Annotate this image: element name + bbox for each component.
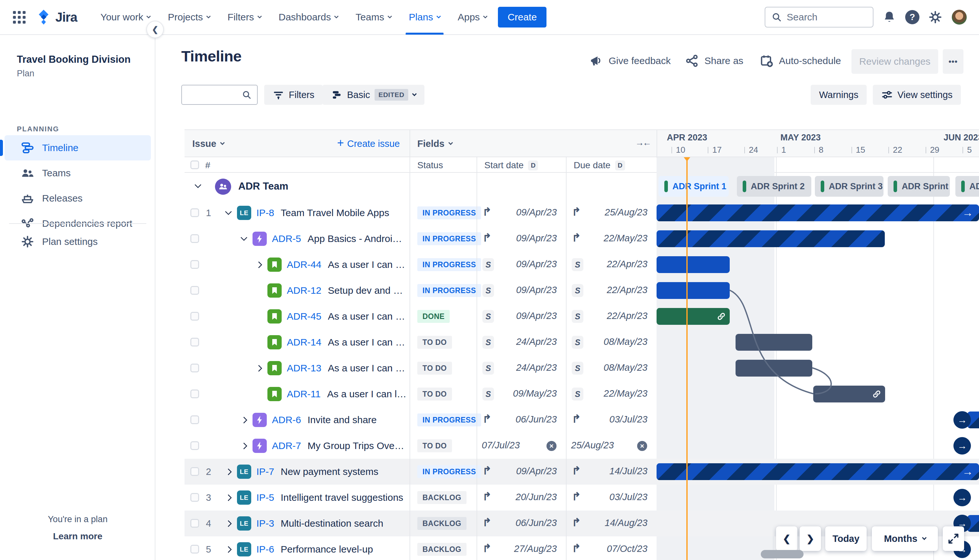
timeline-search-input[interactable] <box>181 85 258 105</box>
row-checkbox[interactable] <box>190 390 199 398</box>
sidebar-collapse-button[interactable]: ❮ <box>146 21 164 38</box>
row-checkbox[interactable] <box>190 441 199 450</box>
horizontal-scrollbar-thumb[interactable] <box>761 550 804 558</box>
global-search-input[interactable] <box>787 12 858 23</box>
row-checkbox[interactable] <box>190 467 199 476</box>
timeline-bar[interactable] <box>657 308 730 325</box>
timeline-bar[interactable]: → <box>657 463 979 480</box>
auto-schedule-button[interactable]: Auto-schedule <box>760 52 841 70</box>
issue-key[interactable]: ADR-45 <box>287 311 321 322</box>
scroll-to-bar-button[interactable]: → <box>954 437 971 455</box>
issue-key[interactable]: IP-6 <box>256 544 274 555</box>
timeline-bar[interactable] <box>735 360 812 377</box>
scroll-to-bar-button[interactable]: → <box>954 411 971 429</box>
chevron-right-icon[interactable] <box>223 521 234 526</box>
row-checkbox[interactable] <box>190 260 199 269</box>
timeline-bar[interactable] <box>657 282 730 299</box>
fields-menu[interactable]: Fields <box>417 130 452 157</box>
sprint-chip-adr-sprint-1[interactable]: ADR Sprint 1 <box>658 176 729 197</box>
timeline-bar[interactable] <box>657 256 730 273</box>
chevron-down-icon[interactable] <box>195 184 200 190</box>
chevron-right-icon[interactable] <box>223 495 234 500</box>
create-button[interactable]: Create <box>498 7 546 27</box>
sidebar-item-releases[interactable]: Releases <box>0 186 155 211</box>
chevron-right-icon[interactable] <box>223 469 234 474</box>
clear-date-icon[interactable]: × <box>637 441 647 451</box>
more-actions-button[interactable]: ••• <box>943 49 964 74</box>
review-changes-button[interactable]: Review changes <box>852 49 938 74</box>
global-search[interactable] <box>765 7 874 27</box>
nav-item-projects[interactable]: Projects <box>161 0 216 35</box>
nav-item-plans[interactable]: Plans <box>403 0 447 35</box>
issue-key[interactable]: ADR-6 <box>272 414 301 425</box>
sidebar-item-teams[interactable]: Teams <box>0 160 155 186</box>
timeline-prev-button[interactable]: ❮ <box>776 527 797 551</box>
learn-more-link[interactable]: Learn more <box>0 531 155 542</box>
sidebar-item-plan-settings[interactable]: Plan settings <box>0 229 155 254</box>
give-feedback-button[interactable]: Give feedback <box>589 52 671 70</box>
today-button[interactable]: Today <box>825 527 867 551</box>
fullscreen-button[interactable] <box>943 527 964 551</box>
timeline-next-button[interactable]: ❯ <box>800 527 821 551</box>
row-checkbox[interactable] <box>190 363 199 372</box>
collapse-fields-icon[interactable]: →← <box>635 138 650 148</box>
settings-gear-icon[interactable] <box>928 10 943 25</box>
scroll-to-bar-button[interactable]: → <box>954 489 971 506</box>
app-switcher-icon[interactable] <box>13 11 25 23</box>
sidebar-item-timeline[interactable]: Timeline <box>5 135 151 160</box>
chevron-down-icon[interactable] <box>238 237 249 241</box>
sprint-chip-adr-sprint-3[interactable]: ADR Sprint 3 <box>815 176 884 197</box>
timeline-bar[interactable] <box>735 334 812 351</box>
issue-key[interactable]: IP-5 <box>256 492 274 503</box>
filters-button[interactable]: Filters <box>264 85 323 105</box>
issue-key[interactable]: ADR-5 <box>272 233 301 244</box>
time-range-select[interactable]: Months <box>872 527 938 551</box>
view-settings-button[interactable]: View settings <box>873 85 961 105</box>
chevron-right-icon[interactable] <box>238 418 249 423</box>
issue-key[interactable]: ADR-7 <box>272 440 301 451</box>
sprint-chip-adr-sprint-4[interactable]: ADR Sprint 4 <box>888 176 950 197</box>
issue-key[interactable]: ADR-11 <box>287 388 321 400</box>
row-checkbox[interactable] <box>190 493 199 502</box>
issue-key[interactable]: IP-7 <box>256 466 274 477</box>
view-mode-button[interactable]: Basic EDITED <box>322 85 424 105</box>
chevron-right-icon[interactable] <box>223 547 234 552</box>
clear-date-icon[interactable]: × <box>546 441 556 451</box>
sprint-chip-adr-sprint-2[interactable]: ADR Sprint 2 <box>737 176 811 197</box>
help-icon[interactable]: ? <box>905 10 919 24</box>
nav-item-dashboards[interactable]: Dashboards <box>272 0 345 35</box>
row-checkbox[interactable] <box>190 312 199 321</box>
share-as-button[interactable]: Share as <box>685 52 743 70</box>
timeline-bar[interactable]: → <box>657 205 979 221</box>
issue-key[interactable]: ADR-44 <box>287 259 321 270</box>
timeline-bar[interactable] <box>657 230 885 247</box>
issue-key[interactable]: ADR-14 <box>287 337 321 348</box>
issue-key[interactable]: IP-8 <box>256 207 274 218</box>
issue-key[interactable]: ADR-12 <box>287 285 321 296</box>
warnings-button[interactable]: Warnings <box>811 85 867 105</box>
user-avatar[interactable] <box>951 9 967 25</box>
nav-item-apps[interactable]: Apps <box>451 0 493 35</box>
jira-logo[interactable]: Jira <box>35 8 77 26</box>
chevron-right-icon[interactable] <box>253 366 264 371</box>
row-checkbox[interactable] <box>190 208 199 217</box>
create-issue-button[interactable]: + Create issue <box>337 130 400 157</box>
nav-item-teams[interactable]: Teams <box>349 0 398 35</box>
row-checkbox[interactable] <box>190 286 199 295</box>
row-checkbox[interactable] <box>190 338 199 347</box>
issue-key[interactable]: IP-3 <box>256 518 274 529</box>
row-checkbox[interactable] <box>190 545 199 553</box>
chevron-right-icon[interactable] <box>238 443 249 448</box>
row-checkbox[interactable] <box>190 415 199 424</box>
issue-key[interactable]: ADR-13 <box>287 363 321 374</box>
nav-item-filters[interactable]: Filters <box>221 0 268 35</box>
chevron-down-icon[interactable] <box>223 211 234 215</box>
chevron-right-icon[interactable] <box>253 262 264 267</box>
notifications-bell-icon[interactable] <box>882 10 897 25</box>
sprint-chip-adr-sprint-5[interactable]: ADR Sprint 5 <box>956 176 979 197</box>
row-checkbox[interactable] <box>190 519 199 528</box>
select-all-checkbox[interactable] <box>190 160 199 169</box>
row-checkbox[interactable] <box>190 234 199 243</box>
timeline-bar[interactable] <box>813 386 885 402</box>
issue-column-menu[interactable]: Issue <box>192 130 224 157</box>
